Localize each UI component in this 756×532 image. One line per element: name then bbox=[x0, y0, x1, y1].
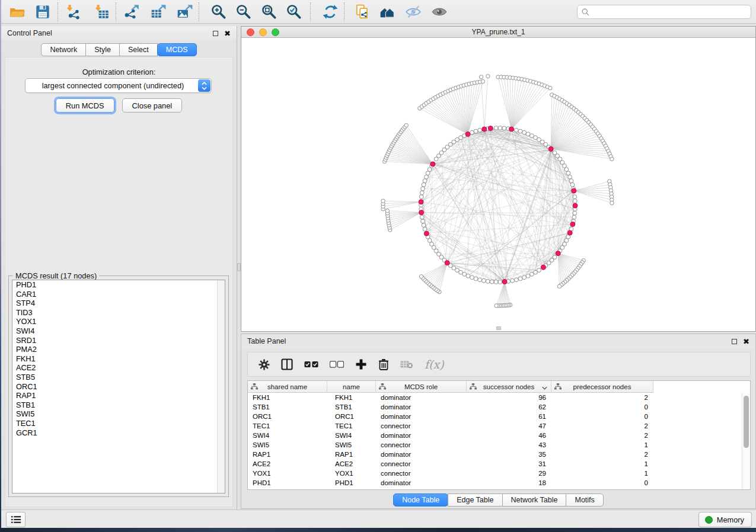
network-node[interactable] bbox=[548, 86, 552, 89]
column-header-predecessor-nodes[interactable]: predecessor nodes bbox=[551, 381, 653, 393]
table-row[interactable]: FKH1FKH1dominator962 bbox=[248, 393, 742, 402]
zoom-selected-icon[interactable] bbox=[284, 2, 304, 21]
mcds-result-item[interactable]: PHD1 bbox=[12, 280, 225, 290]
mcds-hub-node[interactable] bbox=[424, 231, 429, 236]
network-canvas[interactable] bbox=[241, 38, 755, 331]
search-input[interactable] bbox=[589, 6, 751, 18]
table-scrollbar[interactable] bbox=[742, 393, 750, 489]
mcds-result-item[interactable]: RAP1 bbox=[12, 391, 225, 400]
network-node[interactable] bbox=[490, 280, 494, 284]
panel-splitter-grip[interactable] bbox=[237, 263, 241, 271]
network-node[interactable] bbox=[518, 277, 522, 281]
settings-gear-icon[interactable] bbox=[259, 359, 270, 370]
tab-select[interactable]: Select bbox=[119, 43, 158, 56]
tab-motifs[interactable]: Motifs bbox=[566, 493, 603, 507]
mcds-hub-node[interactable] bbox=[570, 222, 575, 227]
mcds-result-item[interactable]: SWI4 bbox=[12, 326, 225, 336]
mcds-hub-node[interactable] bbox=[556, 251, 560, 256]
mcds-hub-node[interactable] bbox=[572, 188, 576, 193]
network-node[interactable] bbox=[486, 279, 490, 283]
network-node[interactable] bbox=[385, 209, 389, 213]
column-header-name[interactable]: name bbox=[327, 381, 376, 393]
network-node[interactable] bbox=[573, 195, 577, 199]
tab-node-table[interactable]: Node Table bbox=[393, 493, 448, 507]
network-node[interactable] bbox=[514, 128, 518, 132]
clone-network-icon[interactable] bbox=[352, 2, 372, 21]
network-node[interactable] bbox=[573, 211, 577, 215]
zoom-out-icon[interactable] bbox=[234, 2, 254, 21]
zoom-in-icon[interactable] bbox=[209, 2, 229, 21]
import-network-icon[interactable] bbox=[63, 2, 84, 21]
mcds-result-item[interactable]: GCR1 bbox=[12, 428, 225, 438]
table-scrollbar-thumb[interactable] bbox=[744, 396, 749, 448]
network-node[interactable] bbox=[422, 223, 426, 227]
network-node[interactable] bbox=[420, 191, 424, 195]
export-table-icon[interactable] bbox=[148, 2, 168, 21]
delete-column-trash-icon[interactable] bbox=[378, 358, 389, 370]
network-node[interactable] bbox=[529, 273, 534, 277]
hide-selected-icon[interactable] bbox=[403, 2, 423, 21]
split-panel-icon[interactable] bbox=[281, 358, 293, 370]
mcds-result-item[interactable]: CAR1 bbox=[12, 290, 225, 299]
mcds-result-item[interactable]: ACE2 bbox=[12, 363, 225, 373]
mcds-result-item[interactable]: STB5 bbox=[12, 373, 225, 382]
first-neighbors-icon[interactable] bbox=[377, 2, 397, 21]
add-column-icon[interactable] bbox=[355, 358, 367, 370]
close-panel-button[interactable]: Close panel bbox=[122, 98, 183, 113]
table-row[interactable]: PHD1PHD1dominator180 bbox=[248, 478, 742, 488]
network-node[interactable] bbox=[419, 275, 423, 278]
open-folder-icon[interactable] bbox=[7, 2, 27, 21]
network-node[interactable] bbox=[610, 157, 614, 161]
mcds-hub-node[interactable] bbox=[482, 127, 487, 132]
network-node[interactable] bbox=[421, 219, 425, 223]
network-node[interactable] bbox=[474, 129, 478, 133]
network-node[interactable] bbox=[570, 182, 575, 187]
network-node[interactable] bbox=[474, 277, 478, 281]
export-network-icon[interactable] bbox=[122, 2, 142, 21]
minimize-window-icon[interactable] bbox=[259, 28, 267, 36]
network-node[interactable] bbox=[557, 284, 561, 288]
network-node[interactable] bbox=[498, 126, 502, 130]
run-mcds-button[interactable]: Run MCDS bbox=[56, 98, 114, 113]
import-table-icon[interactable] bbox=[92, 2, 112, 21]
mcds-hub-node[interactable] bbox=[567, 230, 572, 235]
column-header-MCDS-role[interactable]: MCDS role bbox=[376, 381, 467, 393]
network-node[interactable] bbox=[423, 179, 427, 183]
mcds-hub-node[interactable] bbox=[430, 162, 435, 166]
maximize-window-icon[interactable] bbox=[272, 28, 279, 36]
mcds-hub-node[interactable] bbox=[509, 127, 514, 132]
network-node[interactable] bbox=[568, 175, 572, 179]
network-node[interactable] bbox=[572, 215, 576, 219]
network-node[interactable] bbox=[422, 182, 426, 187]
mcds-result-item[interactable]: TEC1 bbox=[12, 419, 225, 428]
network-node[interactable] bbox=[498, 280, 502, 284]
mcds-result-item[interactable]: PMA2 bbox=[12, 345, 225, 354]
export-image-icon[interactable] bbox=[174, 2, 194, 21]
float-panel-icon[interactable] bbox=[213, 31, 218, 36]
tab-style[interactable]: Style bbox=[85, 43, 120, 56]
network-node[interactable] bbox=[482, 278, 486, 283]
network-node[interactable] bbox=[502, 126, 506, 130]
network-node[interactable] bbox=[481, 79, 484, 83]
save-icon[interactable] bbox=[33, 2, 53, 21]
table-row[interactable]: YOX1YOX1connector291 bbox=[248, 469, 742, 478]
network-node[interactable] bbox=[421, 187, 425, 191]
tab-mcds[interactable]: MCDS bbox=[157, 43, 197, 56]
mcds-hub-node[interactable] bbox=[548, 146, 553, 151]
network-node[interactable] bbox=[381, 199, 385, 203]
table-row[interactable]: TEC1TEC1connector472 bbox=[248, 421, 742, 431]
close-window-icon[interactable] bbox=[247, 28, 254, 36]
network-node[interactable] bbox=[420, 215, 424, 219]
mcds-result-item[interactable]: TID3 bbox=[12, 308, 225, 318]
network-node[interactable] bbox=[610, 201, 614, 204]
network-node[interactable] bbox=[526, 274, 530, 278]
table-row[interactable]: RAP1RAP1dominator352 bbox=[248, 450, 742, 459]
network-node[interactable] bbox=[478, 278, 482, 282]
network-node[interactable] bbox=[423, 227, 427, 231]
mcds-result-item[interactable]: ORC1 bbox=[12, 382, 225, 392]
network-node[interactable] bbox=[404, 123, 408, 127]
mcds-hub-node[interactable] bbox=[445, 261, 449, 265]
network-node[interactable] bbox=[478, 128, 482, 132]
float-panel-icon[interactable] bbox=[732, 339, 737, 344]
table-row[interactable]: SWI4SWI4dominator462 bbox=[248, 431, 742, 440]
